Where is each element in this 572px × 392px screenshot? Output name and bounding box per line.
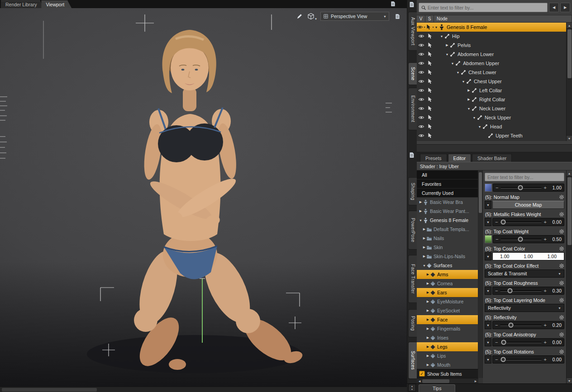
- scroll-right-icon[interactable]: ▶: [473, 379, 478, 383]
- dock-tab-shaping[interactable]: Shaping: [408, 177, 417, 205]
- tab-editor[interactable]: Editor: [448, 154, 471, 162]
- scroll-down-icon[interactable]: ▼: [567, 135, 572, 141]
- pointer-icon[interactable]: [427, 69, 433, 76]
- filter-back-button[interactable]: ◀: [549, 3, 559, 12]
- pointer-icon[interactable]: [427, 132, 433, 139]
- gear-icon[interactable]: [559, 246, 564, 251]
- category-hscrollbar[interactable]: ◀ ▶: [417, 378, 478, 383]
- expand-icon[interactable]: ▶: [422, 246, 426, 249]
- param-menu-icon[interactable]: ▼: [485, 201, 491, 209]
- expand-icon[interactable]: ▼: [456, 71, 460, 74]
- gear-icon[interactable]: [559, 263, 564, 269]
- draw-style-icon[interactable]: [295, 12, 304, 20]
- slider-thumb[interactable]: [509, 322, 514, 327]
- decrement-icon[interactable]: −: [495, 288, 498, 293]
- eye-icon[interactable]: [418, 60, 424, 66]
- param-menu-icon[interactable]: ▼: [485, 252, 491, 260]
- tree-row-chest-upper[interactable]: ▼ Chest Upper: [417, 77, 566, 86]
- decrement-icon[interactable]: −: [496, 185, 498, 190]
- cat-eyemoisture[interactable]: ▶EyeMoisture: [417, 297, 478, 306]
- decrement-icon[interactable]: −: [495, 323, 498, 328]
- property-scroll-thumb[interactable]: [567, 177, 572, 245]
- slider[interactable]: − + 0.00: [492, 338, 564, 346]
- gear-icon[interactable]: [559, 194, 564, 200]
- property-filter-box[interactable]: [485, 173, 564, 181]
- scroll-up-icon[interactable]: ▲: [567, 23, 572, 28]
- cat-skin[interactable]: ▶Skin: [417, 243, 478, 252]
- dock-tab-face-transfer[interactable]: Face Transfer: [408, 255, 417, 303]
- expand-icon[interactable]: ▶: [467, 98, 471, 101]
- expand-icon[interactable]: ▶: [426, 363, 430, 367]
- gear-icon[interactable]: [559, 280, 564, 286]
- scene-scroll-thumb[interactable]: [567, 29, 572, 78]
- scene-scrollbar[interactable]: ▲ ▼: [566, 23, 572, 141]
- cat-eyesocket[interactable]: ▶EyeSocket: [417, 306, 478, 315]
- gear-icon[interactable]: [559, 332, 564, 337]
- tree-row-upper-teeth[interactable]: Upper Teeth: [417, 131, 566, 140]
- scroll-left-icon[interactable]: ◀: [417, 379, 422, 383]
- dock-tab-aux-viewport[interactable]: Aux Viewport: [408, 12, 417, 51]
- increment-icon[interactable]: +: [544, 340, 547, 345]
- column-node[interactable]: Node: [434, 15, 572, 22]
- tab-presets[interactable]: Presets: [420, 154, 447, 162]
- expand-icon[interactable]: ▼: [439, 35, 444, 38]
- pane-menu-icon[interactable]: [390, 1, 396, 8]
- decrement-icon[interactable]: −: [495, 220, 498, 225]
- tree-row-chest-lower[interactable]: ▼ Chest Lower: [417, 68, 566, 77]
- view-selector-dropdown[interactable]: Perspective View ▼: [320, 12, 389, 21]
- pointer-icon[interactable]: [427, 96, 433, 103]
- dock-bottom-menu-icon[interactable]: [409, 152, 416, 159]
- param-menu-icon[interactable]: ▼: [485, 287, 491, 295]
- viewport-hscrollbar[interactable]: [0, 387, 407, 392]
- expand-icon[interactable]: ▶: [426, 354, 430, 358]
- eye-icon[interactable]: [418, 132, 424, 139]
- eye-icon[interactable]: [418, 114, 424, 121]
- expand-icon[interactable]: ▶: [426, 273, 430, 276]
- scroll-down-icon[interactable]: ▼: [411, 388, 413, 391]
- eye-icon[interactable]: [418, 69, 424, 76]
- slider-thumb[interactable]: [508, 288, 513, 293]
- cat-ears[interactable]: ▶Ears: [417, 288, 478, 297]
- gear-icon[interactable]: [559, 298, 564, 303]
- eye-icon[interactable]: [418, 96, 424, 103]
- tree-row-left-collar[interactable]: ▶ Left Collar: [417, 86, 566, 95]
- pointer-icon[interactable]: [427, 33, 433, 39]
- expand-icon[interactable]: ▼: [419, 219, 423, 222]
- expand-icon[interactable]: ▶: [445, 43, 449, 47]
- tree-row-neck-lower[interactable]: ▼ Neck Lower: [417, 104, 566, 113]
- layering-mode-dropdown[interactable]: Reflectivity▼: [485, 304, 564, 312]
- cat-fingernails[interactable]: ▶Fingernails: [417, 324, 478, 333]
- cat-default-templates[interactable]: ▶Default Templa...: [417, 225, 478, 234]
- cat-genesis-8-female[interactable]: ▼Genesis 8 Female: [417, 216, 478, 225]
- tree-row-abdomen-upper[interactable]: ▼ Abdomen Upper: [417, 59, 566, 68]
- pointer-icon[interactable]: [427, 60, 433, 66]
- eye-icon[interactable]: [418, 123, 424, 130]
- expand-icon[interactable]: ▼: [467, 107, 471, 110]
- cat-face[interactable]: ▶Face: [417, 315, 478, 324]
- pointer-icon[interactable]: [425, 24, 432, 30]
- expand-icon[interactable]: ▼: [445, 53, 449, 56]
- category-vscrollbar[interactable]: [478, 170, 483, 378]
- expand-icon[interactable]: ▶: [419, 200, 423, 204]
- tree-row-abdomen-lower[interactable]: ▼ Abdomen Lower: [417, 50, 566, 59]
- slider[interactable]: − + 0.00: [492, 355, 564, 364]
- slider-thumb[interactable]: [518, 185, 523, 190]
- param-menu-icon[interactable]: ▼: [485, 218, 491, 226]
- expand-icon[interactable]: ▶: [426, 291, 430, 294]
- tree-row-hip[interactable]: ▼ Hip: [417, 32, 566, 41]
- pointer-icon[interactable]: [427, 42, 433, 48]
- pointer-icon[interactable]: [427, 114, 433, 121]
- increment-icon[interactable]: +: [544, 323, 547, 328]
- expand-icon[interactable]: ▼: [472, 116, 477, 119]
- tree-row-right-collar[interactable]: ▶ Right Collar: [417, 95, 566, 104]
- gear-icon[interactable]: [559, 315, 564, 320]
- tab-viewport[interactable]: Viewport: [41, 0, 72, 8]
- expand-icon[interactable]: ▶: [426, 282, 430, 285]
- property-scrollbar[interactable]: ▲ ▼: [566, 170, 572, 383]
- cat-surfaces[interactable]: ▼Surfaces: [417, 261, 478, 270]
- slider[interactable]: − + 0.20: [492, 321, 564, 329]
- decrement-icon[interactable]: −: [496, 237, 498, 242]
- scroll-down-icon[interactable]: ▼: [567, 378, 572, 383]
- increment-icon[interactable]: +: [544, 357, 547, 362]
- tab-scroll-buttons[interactable]: ▲▼: [408, 384, 416, 392]
